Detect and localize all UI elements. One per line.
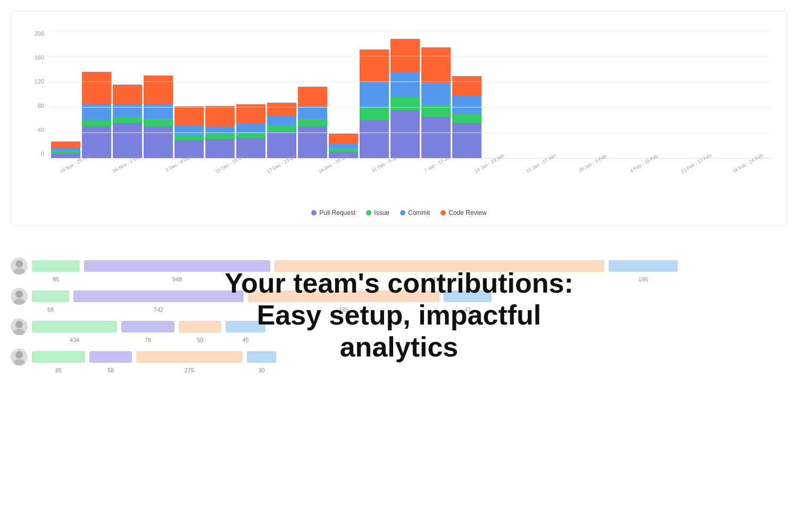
legend-issue: Issue <box>366 209 389 217</box>
legend-label-code-review: Code Review <box>448 209 486 217</box>
user-values-row: 6874218547 <box>11 306 787 313</box>
avatar <box>11 257 28 275</box>
contributions-wrapper: 9594819351956874218547434785045855827530… <box>11 257 787 373</box>
contrib-value: 78 <box>121 337 174 343</box>
user-values-row: 434785045 <box>11 337 787 343</box>
legend-code-review: Code Review <box>440 209 486 217</box>
legend-label-pull-request: Pull Request <box>319 209 355 217</box>
contrib-bar-purple <box>73 290 244 302</box>
contrib-bar-purple <box>121 321 174 332</box>
x-labels: 19 Nov - 25 Nov26 Nov - 2 Dec3 Dec - 9 D… <box>48 158 771 182</box>
contrib-value: 50 <box>179 337 221 343</box>
legend-commit: Commit <box>400 209 430 217</box>
user-values-row: 855827530 <box>11 367 787 373</box>
contrib-bar-purple <box>84 260 270 272</box>
contrib-bar-green <box>32 351 85 363</box>
legend-label-issue: Issue <box>374 209 389 217</box>
contrib-bar-green <box>32 260 80 272</box>
user-values-row: 959481935195 <box>11 276 787 282</box>
svg-point-7 <box>13 359 25 365</box>
contrib-value: 275 <box>136 367 243 373</box>
user-contribution-row: 6874218547 <box>11 288 787 313</box>
avatar <box>11 348 28 365</box>
y-label-80: 80 <box>22 103 48 109</box>
contrib-bar-blue <box>226 321 265 332</box>
contrib-value: 434 <box>32 337 117 343</box>
svg-point-4 <box>15 321 23 328</box>
legend-dot-code-review <box>440 210 446 215</box>
contrib-bar-orange <box>179 321 221 332</box>
grid-lines <box>48 30 771 158</box>
y-label-200: 200 <box>22 30 48 37</box>
avatar <box>11 288 28 305</box>
svg-point-6 <box>15 351 23 359</box>
contrib-bar-blue <box>609 260 678 272</box>
svg-point-5 <box>13 329 25 335</box>
legend-label-commit: Commit <box>408 209 430 217</box>
contrib-value: 68 <box>32 306 69 313</box>
contrib-bar-green <box>32 290 69 302</box>
svg-point-3 <box>13 298 25 305</box>
legend-pull-request: Pull Request <box>311 209 355 217</box>
svg-point-0 <box>15 260 23 268</box>
user-bar-row <box>11 288 787 305</box>
contrib-bar-blue <box>444 290 492 302</box>
y-label-40: 40 <box>22 127 48 133</box>
user-bar-row <box>11 348 787 365</box>
contributions-section: 9594819351956874218547434785045855827530… <box>11 242 787 384</box>
contrib-value: 45 <box>226 337 265 343</box>
chart-section: 200 160 120 80 40 0 19 N <box>11 11 787 226</box>
contrib-value: 1935 <box>275 276 604 282</box>
contrib-value: 30 <box>247 367 276 373</box>
contrib-value: 195 <box>609 276 678 282</box>
user-contribution-row: 434785045 <box>11 318 787 343</box>
user-rows-container: 9594819351956874218547434785045855827530 <box>11 257 787 373</box>
svg-point-1 <box>13 268 25 275</box>
user-bar-row <box>11 257 787 275</box>
contrib-value: 47 <box>444 306 492 313</box>
contrib-value: 742 <box>73 306 244 313</box>
avatar <box>11 318 28 335</box>
legend-dot-pull-request <box>311 210 317 215</box>
legend-dot-issue <box>366 210 371 215</box>
contrib-bar-orange <box>136 351 243 363</box>
contrib-bar-orange <box>275 260 604 272</box>
chart-container: 200 160 120 80 40 0 19 N <box>22 30 776 217</box>
contrib-bar-purple <box>89 351 132 363</box>
chart-legend: Pull Request Issue Commit Code Review <box>22 209 776 217</box>
contrib-value: 58 <box>89 367 132 373</box>
contrib-bar-blue <box>247 351 276 363</box>
contrib-value: 948 <box>84 276 270 282</box>
contrib-value: 185 <box>248 306 439 313</box>
y-label-160: 160 <box>22 54 48 61</box>
y-axis: 200 160 120 80 40 0 <box>22 30 48 158</box>
contrib-value: 95 <box>32 276 80 282</box>
chart-plot-area: 200 160 120 80 40 0 <box>48 30 771 158</box>
y-label-0: 0 <box>22 151 48 157</box>
contrib-value: 85 <box>32 367 85 373</box>
user-contribution-row: 855827530 <box>11 348 787 373</box>
y-label-120: 120 <box>22 78 48 85</box>
contrib-bar-orange <box>248 290 439 302</box>
user-bar-row <box>11 318 787 335</box>
user-contribution-row: 959481935195 <box>11 257 787 282</box>
svg-point-2 <box>15 290 23 298</box>
contrib-bar-green <box>32 321 117 332</box>
legend-dot-commit <box>400 210 405 215</box>
